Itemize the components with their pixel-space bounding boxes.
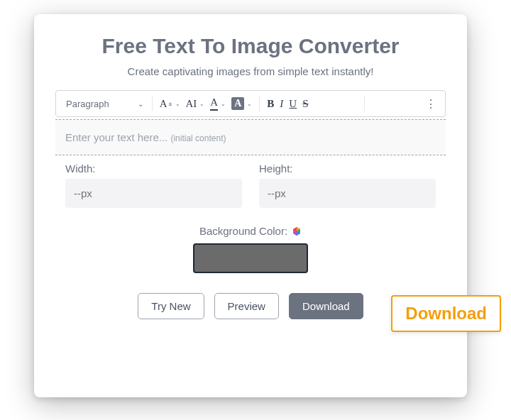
font-family-button[interactable]: AI⌄ bbox=[183, 96, 208, 112]
font-color-button[interactable]: A⌄ bbox=[207, 94, 229, 113]
font-size-button[interactable]: A±⌄ bbox=[157, 96, 183, 112]
chevron-down-icon: ⌄ bbox=[175, 101, 180, 107]
block-style-label: Paragraph bbox=[66, 99, 109, 109]
editor-initial-note: (initial content) bbox=[170, 133, 226, 143]
background-section: Background Color: bbox=[55, 211, 446, 277]
converter-card: Free Text To Image Converter Create capt… bbox=[34, 14, 467, 397]
page-title: Free Text To Image Converter bbox=[55, 34, 446, 58]
highlight-button[interactable]: A⌄ bbox=[229, 95, 255, 112]
separator bbox=[364, 96, 365, 111]
height-label: Height: bbox=[259, 162, 436, 175]
height-field: Height: bbox=[259, 162, 436, 208]
action-row: Try New Preview Download bbox=[55, 277, 446, 319]
color-picker-icon bbox=[292, 226, 302, 236]
width-input[interactable] bbox=[65, 179, 242, 208]
background-color-swatch[interactable] bbox=[193, 243, 308, 273]
width-field: Width: bbox=[65, 162, 242, 208]
editor-placeholder: Enter your text here... bbox=[65, 131, 167, 143]
download-callout: Download bbox=[391, 295, 501, 332]
download-button[interactable]: Download bbox=[289, 293, 363, 319]
text-editor[interactable]: Enter your text here... (initial content… bbox=[55, 120, 446, 155]
separator bbox=[152, 96, 153, 111]
background-label: Background Color: bbox=[199, 225, 287, 237]
page-subtitle: Create captivating images from simple te… bbox=[55, 65, 446, 77]
strikethrough-button[interactable]: S bbox=[300, 96, 311, 112]
background-label-row: Background Color: bbox=[199, 225, 302, 237]
underline-button[interactable]: U bbox=[286, 96, 300, 112]
width-label: Width: bbox=[65, 162, 242, 175]
more-options-button[interactable]: ⋮ bbox=[422, 97, 439, 111]
chevron-down-icon: ⌄ bbox=[138, 100, 143, 108]
chevron-down-icon: ⌄ bbox=[221, 101, 226, 107]
preview-button[interactable]: Preview bbox=[214, 293, 279, 319]
chevron-down-icon: ⌄ bbox=[247, 101, 252, 107]
height-input[interactable] bbox=[259, 179, 436, 208]
bold-button[interactable]: B bbox=[264, 96, 277, 112]
editor-toolbar: Paragraph ⌄ A±⌄ AI⌄ A⌄ A⌄ B I U S ⋮ bbox=[55, 90, 446, 117]
italic-button[interactable]: I bbox=[277, 96, 286, 112]
dimensions-row: Width: Height: bbox=[55, 155, 446, 211]
separator bbox=[259, 96, 260, 111]
try-new-button[interactable]: Try New bbox=[138, 293, 204, 319]
block-style-select[interactable]: Paragraph ⌄ bbox=[62, 99, 148, 109]
chevron-down-icon: ⌄ bbox=[199, 101, 204, 107]
